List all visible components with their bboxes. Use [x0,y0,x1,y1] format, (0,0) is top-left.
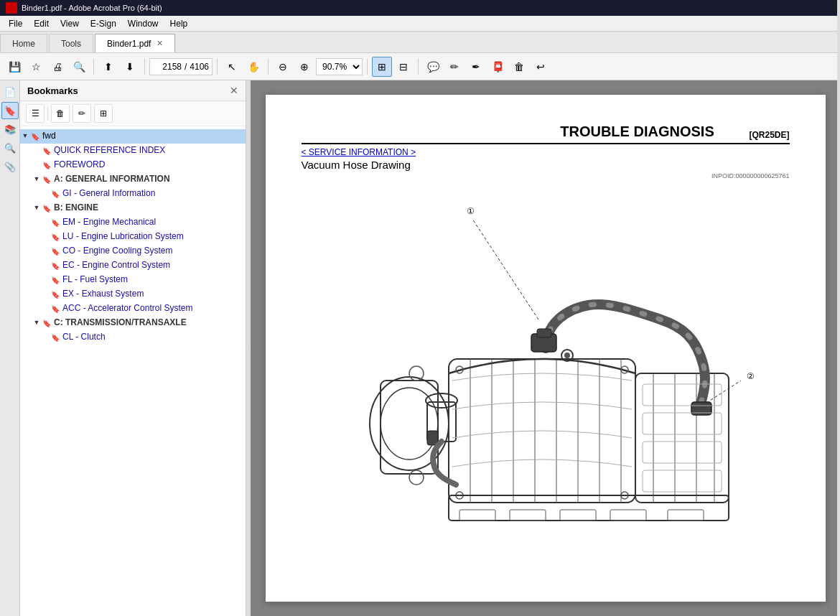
bookmark-label-co: CO - Engine Cooling System [62,246,243,257]
bookmark-label-lu: LU - Engine Lubrication System [62,231,243,243]
toggle-engine[interactable]: ▼ [32,202,42,214]
bookmark-label-fwd: fwd [42,131,243,142]
menu-help[interactable]: Help [164,17,194,30]
toggle-fwd[interactable]: ▼ [20,131,30,142]
bookmark-label-foreword: FOREWORD [54,159,243,171]
stamp-button[interactable]: 📮 [487,57,508,77]
bookmark-add-button[interactable]: ☆ [26,57,46,77]
bookmark-gi[interactable]: ▶ 🔖 GI - General Information [20,187,246,201]
cursor-tool-button[interactable]: ↖ [222,57,242,77]
bookmark-fwd[interactable]: ▼ 🔖 fwd [20,129,246,144]
draw-button[interactable]: ✒ [466,57,486,77]
bookmark-label-fl: FL - Fuel System [62,274,243,286]
pages-panel-button[interactable]: 📄 [1,83,19,101]
page-navigation: / 4106 [149,58,213,75]
svg-text:②: ② [747,371,755,381]
menu-window[interactable]: Window [122,17,164,30]
service-info-line: < SERVICE INFORMATION > [302,147,790,157]
menu-view[interactable]: View [55,17,85,30]
bookmark-general-info-section[interactable]: ▼ 🔖 A: GENERAL INFORMATION [20,172,246,187]
search-panel-button[interactable]: 🔍 [1,139,19,157]
separator-3 [217,59,218,75]
bookmark-icon-cl: 🔖 [50,332,60,343]
bookmarks-panel-button[interactable]: 🔖 [1,102,19,119]
organize-button[interactable]: ⊟ [393,57,414,77]
bookmark-label-ex: EX - Exhaust System [62,289,243,300]
page-main-title: TROUBLE DIAGNOSIS [526,123,750,140]
print-button[interactable]: 🖨 [47,57,67,77]
zoom-dropdown[interactable]: 90.7% 50% 75% 100% 125% 150% [316,58,363,75]
prev-view-button[interactable]: ⬆ [98,57,118,77]
menu-esign[interactable]: E-Sign [85,17,122,30]
delete-button[interactable]: 🗑 [509,57,529,77]
new-bookmark-button[interactable]: ☰ [26,104,45,123]
page-number-input[interactable] [153,62,182,72]
separator-4 [268,59,269,75]
attachments-panel-button[interactable]: 📎 [1,158,19,175]
section-title: Vacuum Hose Drawing [302,159,790,171]
main-layout: 📄 🔖 📚 🔍 📎 Bookmarks ✕ ☰ 🗑 ✏ ⊞ ▼ 🔖 fwd [0,80,840,616]
bookmark-label-cl: CL - Clutch [62,332,243,343]
expand-all-button[interactable]: ⊞ [94,104,113,123]
bookmark-foreword[interactable]: ▶ 🔖 FOREWORD [20,158,246,172]
tab-tools[interactable]: Tools [49,34,93,52]
bookmark-cl[interactable]: ▶ 🔖 CL - Clutch [20,330,246,345]
page-header: TROUBLE DIAGNOSIS [QR25DE] [302,123,790,144]
bookmark-icon-co: 🔖 [50,246,60,257]
toggle-general-info[interactable]: ▼ [32,174,42,185]
separator-5 [367,59,368,75]
bookmark-icon-lu: 🔖 [50,231,60,243]
menu-file[interactable]: File [3,17,28,30]
bookmark-lu[interactable]: ▶ 🔖 LU - Engine Lubrication System [20,230,246,244]
bookmark-label-quick-ref: QUICK REFERENCE INDEX [54,145,243,157]
total-pages: 4106 [190,62,209,72]
undo-button[interactable]: ↩ [531,57,551,77]
inpoid: INPOID:000000000625761 [302,172,790,179]
separator-6 [418,59,419,75]
comment-button[interactable]: 💬 [423,57,443,77]
hand-tool-button[interactable]: ✋ [243,57,263,77]
bookmark-ec[interactable]: ▶ 🔖 EC - Engine Control System [20,258,246,273]
bookmark-icon-quick-ref: 🔖 [42,145,52,157]
zoom-out-button[interactable]: ⊖ [273,57,293,77]
bookmark-ex[interactable]: ▶ 🔖 EX - Exhaust System [20,287,246,302]
highlight-button[interactable]: ✏ [444,57,465,77]
next-view-button[interactable]: ⬇ [120,57,140,77]
sidebar-close-button[interactable]: ✕ [230,85,238,96]
bookmark-quick-ref[interactable]: ▶ 🔖 QUICK REFERENCE INDEX [20,144,246,158]
bookmark-engine-section[interactable]: ▼ 🔖 B: ENGINE [20,201,246,215]
pdf-page: TROUBLE DIAGNOSIS [QR25DE] < SERVICE INF… [266,95,826,602]
toolbar: 💾 ☆ 🖨 🔍 ⬆ ⬇ / 4106 ↖ ✋ ⊖ ⊕ 90.7% 50% 75%… [0,53,840,80]
bookmark-label-acc: ACC - Accelerator Control System [62,303,243,314]
separator-1 [93,59,94,75]
tab-close-button[interactable]: ✕ [157,39,163,48]
left-panel-icons: 📄 🔖 📚 🔍 📎 [0,80,20,616]
zoom-out-small-button[interactable]: 🔍 [69,57,89,77]
tab-home[interactable]: Home [0,34,47,52]
bookmark-acc[interactable]: ▶ 🔖 ACC - Accelerator Control System [20,302,246,316]
bookmark-trans-section[interactable]: ▼ 🔖 C: TRANSMISSION/TRANSAXLE [20,316,246,330]
edit-bookmark-button[interactable]: ✏ [73,104,91,123]
bookmark-label-em: EM - Engine Mechanical [62,217,243,228]
menu-edit[interactable]: Edit [28,17,55,30]
layers-panel-button[interactable]: 📚 [1,121,19,138]
bookmark-label-engine: B: ENGINE [54,202,243,214]
content-area[interactable]: TROUBLE DIAGNOSIS [QR25DE] < SERVICE INF… [251,80,840,616]
bookmark-icon-acc: 🔖 [50,303,60,314]
bookmark-icon-em: 🔖 [50,217,60,228]
bookmarks-tree: ▼ 🔖 fwd ▶ 🔖 QUICK REFERENCE INDEX ▶ 🔖 FO… [20,126,246,616]
bookmark-fl[interactable]: ▶ 🔖 FL - Fuel System [20,273,246,287]
delete-bookmark-button[interactable]: 🗑 [51,104,70,123]
app-icon [6,2,17,14]
bookmark-co[interactable]: ▶ 🔖 CO - Engine Cooling System [20,244,246,258]
bookmark-em[interactable]: ▶ 🔖 EM - Engine Mechanical [20,215,246,230]
save-button[interactable]: 💾 [4,57,24,77]
fit-button[interactable]: ⊞ [372,57,392,77]
sidebar-toolbar: ☰ 🗑 ✏ ⊞ [20,101,246,126]
svg-text:①: ① [467,206,475,216]
tab-binder1[interactable]: Binder1.pdf ✕ [95,34,175,52]
toggle-trans[interactable]: ▼ [32,317,42,329]
service-info-link[interactable]: < SERVICE INFORMATION > [302,147,416,157]
zoom-in-button[interactable]: ⊕ [294,57,314,77]
sidebar-title: Bookmarks [27,85,78,96]
